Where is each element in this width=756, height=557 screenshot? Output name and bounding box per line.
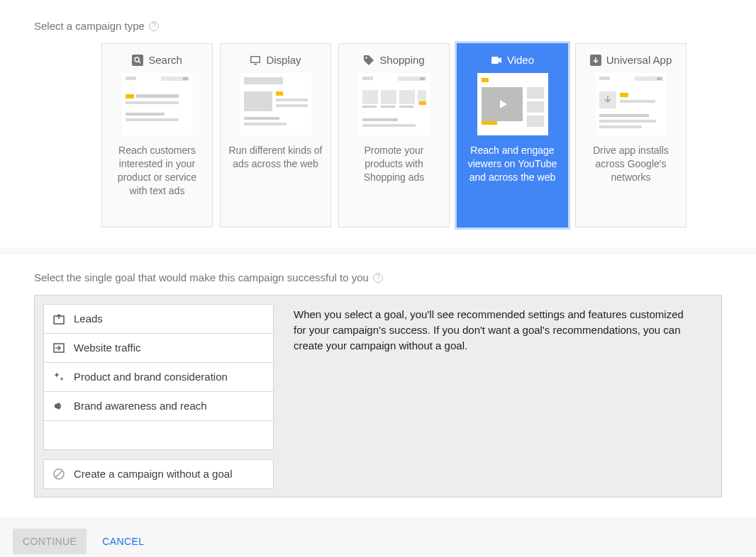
help-icon[interactable]: ? [373,273,383,283]
goal-label: Create a campaign without a goal [74,468,232,480]
svg-rect-33 [362,106,377,108]
svg-rect-36 [362,118,398,121]
svg-rect-18 [276,91,283,96]
svg-rect-38 [491,57,499,64]
svg-rect-30 [399,90,415,104]
goal-list-spacer [43,449,274,459]
svg-rect-7 [126,94,134,99]
campaign-type-label-text: Select a campaign type [34,20,145,32]
card-desc-shopping: Promote your products with Shopping ads [346,144,442,184]
svg-rect-16 [244,77,283,84]
website-traffic-icon [52,342,65,354]
goals-description: When you select a goal, you'll see recom… [294,304,713,488]
card-title-text: Video [507,54,534,66]
campaign-card-video[interactable]: Video Reach and engage viewers on YouTub… [457,43,568,227]
svg-rect-25 [362,77,373,80]
goal-section-label-text: Select the single goal that would make t… [34,271,369,283]
continue-button[interactable]: CONTINUE [13,529,87,554]
goal-label: Product and brand consideration [74,371,228,383]
svg-rect-37 [362,124,416,127]
search-icon [132,55,143,66]
card-title-search: Search [132,54,182,66]
card-preview-video [477,73,548,135]
campaign-card-search[interactable]: Search Reach customers interested in you… [101,43,213,227]
campaign-cards-row: Search Reach customers interested in you… [101,43,722,227]
svg-rect-19 [276,99,308,101]
svg-rect-14 [254,64,257,65]
svg-rect-4 [126,77,136,80]
card-preview-display [240,73,311,135]
svg-rect-32 [419,101,426,105]
svg-rect-28 [362,90,378,104]
svg-rect-6 [183,77,188,80]
svg-rect-13 [252,57,260,62]
svg-rect-43 [527,87,544,99]
goal-item-website-traffic[interactable]: Website traffic [43,333,274,363]
goal-item-empty [43,420,274,450]
card-title-text: Display [266,54,301,66]
card-title-display: Display [250,54,301,66]
svg-rect-48 [599,77,610,80]
megaphone-icon [52,400,65,412]
svg-rect-27 [420,77,425,80]
no-goal-icon [52,468,65,480]
card-preview-search [122,73,193,135]
goal-item-brand-awareness[interactable]: Brand awareness and reach [43,391,274,421]
campaign-type-panel: Select a campaign type ? Search [0,0,756,247]
campaign-card-shopping[interactable]: Shopping [338,43,450,227]
svg-rect-55 [599,120,656,123]
goal-label: Website traffic [74,342,140,354]
svg-rect-34 [381,106,395,108]
card-desc-search: Reach customers interested in your produ… [109,144,205,198]
svg-rect-0 [132,55,143,66]
campaign-card-display[interactable]: Display Run different kinds of ads acros… [220,43,331,227]
svg-line-60 [55,471,62,478]
shopping-tag-icon [363,55,374,66]
card-desc-video: Reach and engage viewers on YouTube and … [465,144,560,184]
video-icon [491,55,502,66]
svg-rect-21 [244,117,279,120]
svg-rect-40 [482,78,489,82]
goals-panel: Select the single goal that would make t… [0,254,756,517]
svg-rect-35 [399,106,413,108]
card-desc-display: Run different kinds of ads across the we… [228,144,323,171]
sparkle-icon [52,371,65,383]
leads-icon [52,313,65,325]
section-divider [0,247,756,254]
card-title-shopping: Shopping [363,54,424,66]
card-title-universal-app: Universal App [590,54,672,66]
display-icon [250,55,261,66]
app-icon [590,55,601,66]
cancel-button[interactable]: CANCEL [98,529,148,554]
svg-rect-52 [620,93,628,97]
svg-rect-20 [276,104,308,107]
goal-item-product-brand[interactable]: Product and brand consideration [43,362,274,392]
goal-label: Brand awareness and reach [74,400,207,412]
svg-point-23 [366,57,367,58]
card-desc-universal-app: Drive app installs across Google's netwo… [583,144,679,184]
goal-item-no-goal[interactable]: Create a campaign without a goal [43,459,274,489]
svg-rect-9 [126,101,179,104]
svg-rect-22 [244,123,287,125]
svg-rect-45 [527,116,544,127]
campaign-type-label: Select a campaign type ? [34,20,722,32]
goal-section-label: Select the single goal that would make t… [34,271,722,283]
svg-rect-29 [381,90,396,104]
svg-rect-44 [527,101,544,113]
svg-rect-53 [620,100,655,103]
goal-item-leads[interactable]: Leads [43,304,274,334]
svg-rect-50 [657,77,662,80]
svg-rect-8 [136,94,179,98]
goals-list: Leads Website traffic Product and brand … [43,304,274,488]
goals-container: Leads Website traffic Product and brand … [34,295,722,497]
card-preview-universal-app [596,73,667,135]
help-icon[interactable]: ? [149,21,159,31]
card-title-text: Universal App [606,54,672,66]
campaign-card-universal-app[interactable]: Universal App Drive app installs a [575,43,686,227]
goal-label: Leads [74,313,103,325]
svg-rect-42 [482,121,497,125]
svg-rect-56 [599,125,642,128]
card-title-text: Shopping [379,54,424,66]
card-preview-shopping [359,73,430,135]
bottom-action-bar: CONTINUE CANCEL [0,517,756,557]
